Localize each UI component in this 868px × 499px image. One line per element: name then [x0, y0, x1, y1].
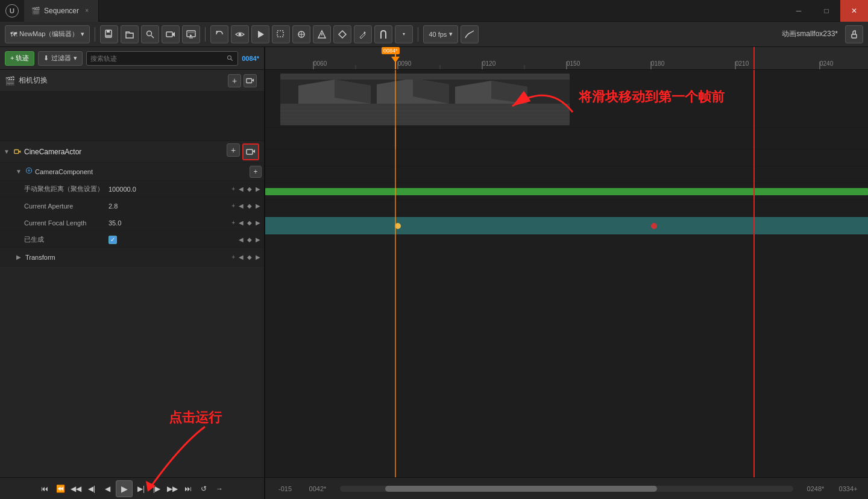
step-fwd-frame-button[interactable]: ▶| — [134, 482, 148, 496]
generated-checkbox[interactable]: ✓ — [108, 236, 117, 244]
prop-key-icon[interactable]: ◆ — [246, 186, 253, 192]
prop-focal-add-icon[interactable]: + — [230, 219, 236, 226]
svg-line-6 — [151, 36, 154, 38]
svg-rect-20 — [852, 34, 857, 38]
empty-space — [0, 92, 264, 141]
prop-gen-key-icon[interactable]: ◆ — [246, 236, 253, 243]
svg-rect-4 — [106, 35, 111, 37]
cine-camera-actor-track[interactable]: ▼ CineCameraActor + — [0, 141, 264, 163]
close-button[interactable]: ✕ — [840, 0, 868, 22]
curve-button[interactable] — [461, 25, 479, 43]
camera-switch-track[interactable]: 🎬 相机切换 + — [0, 70, 264, 92]
save-sequence-button[interactable] — [100, 25, 118, 43]
project-menu-label: NewMap（编辑器） — [19, 30, 78, 39]
tracks-list: 🎬 相机切换 + — [0, 70, 264, 477]
prop-add-icon[interactable]: + — [230, 186, 236, 192]
camera-switch-camera[interactable] — [244, 74, 257, 87]
transform-fwd-icon[interactable]: ▶ — [254, 254, 262, 260]
search-icon — [227, 55, 234, 62]
keyframe-button[interactable] — [333, 25, 351, 43]
select-button[interactable] — [272, 25, 290, 43]
open-sequence-button[interactable] — [121, 25, 139, 43]
undo-button[interactable] — [210, 25, 228, 43]
transform-button[interactable] — [292, 25, 310, 43]
filter-button[interactable]: ⬇ 过滤器 ▾ — [38, 51, 83, 66]
eye-button[interactable] — [231, 25, 249, 43]
prop-focal-fwd-icon[interactable]: ▶ — [254, 219, 262, 226]
minimize-button[interactable]: ─ — [785, 0, 813, 22]
camera-component-label: CameraComponent — [35, 168, 93, 175]
prop-focal-back-icon[interactable]: ◀ — [237, 219, 245, 226]
record-button[interactable]: → — [212, 482, 227, 496]
prop-aperture-fwd-icon[interactable]: ▶ — [254, 202, 262, 209]
fps-button[interactable]: 40 fps ▾ — [423, 25, 458, 43]
maximize-button[interactable]: □ — [813, 0, 840, 22]
prop-back-icon[interactable]: ◀ — [237, 186, 245, 192]
keyframe-yellow-1[interactable] — [395, 223, 401, 229]
fps-dropdown-icon: ▾ — [449, 30, 453, 38]
prev-key-button[interactable]: ◀| — [84, 482, 99, 496]
play-reverse-button[interactable]: ◀ — [100, 482, 115, 496]
actor-add-button[interactable]: + — [227, 143, 240, 157]
lock-button[interactable] — [845, 25, 863, 43]
goto-end-button[interactable]: ⏭ — [181, 482, 195, 496]
expand-arrow-down-2[interactable]: ▼ — [14, 168, 23, 176]
play-button[interactable] — [251, 25, 269, 43]
prop-aperture-back-icon[interactable]: ◀ — [237, 202, 245, 209]
timeline-scrollbar[interactable] — [340, 486, 793, 492]
prop-value-focus[interactable]: 100000.0 — [108, 186, 145, 193]
pencil-button[interactable] — [354, 25, 372, 43]
project-menu-button[interactable]: 🗺 NewMap（编辑器） ▾ — [5, 25, 90, 43]
render-button[interactable] — [182, 25, 200, 43]
camera-component-track[interactable]: ▼ CameraComponent + — [0, 163, 264, 181]
timeline-spacer-track — [265, 128, 868, 149]
sequencer-tab-close[interactable]: × — [83, 7, 91, 15]
svg-text:U: U — [10, 7, 14, 14]
transform-add-icon[interactable]: + — [230, 254, 236, 260]
add-track-label: + 轨迹 — [10, 54, 29, 63]
transform-key-icon[interactable]: ◆ — [246, 254, 253, 260]
goto-start-button[interactable]: ⏮ — [37, 482, 52, 496]
next-key-button[interactable]: |▶ — [149, 482, 164, 496]
sequencer-tab-icon: 🎬 — [31, 7, 40, 15]
keyframe-red-1[interactable] — [651, 223, 657, 229]
transform-expand-icon[interactable]: ▶ — [14, 253, 23, 262]
transform-track[interactable]: ▶ Transform + ◀ ◆ ▶ — [0, 248, 264, 266]
timeline-body: 将滑块移动到第一个帧前 — [265, 70, 868, 477]
prop-fwd-icon[interactable]: ▶ — [254, 186, 262, 192]
search-button[interactable] — [141, 25, 159, 43]
prop-name-focus: 手动聚焦距离（聚焦设置） — [24, 184, 108, 193]
prop-focal-key-icon[interactable]: ◆ — [246, 219, 253, 226]
step-back-frame-button[interactable]: ◀◀ — [69, 482, 83, 496]
expand-arrow-down[interactable]: ▼ — [2, 148, 11, 156]
transform-back-icon[interactable]: ◀ — [237, 254, 245, 260]
timeline-scrollbar-thumb[interactable] — [385, 486, 657, 492]
loop-button[interactable]: ↺ — [197, 482, 211, 496]
add-track-button[interactable]: + 轨迹 — [5, 51, 34, 66]
snap-button[interactable] — [313, 25, 331, 43]
camera-record-button[interactable] — [162, 25, 180, 43]
camera-switch-label: 相机切换 — [19, 75, 48, 86]
window-controls: ─ □ ✕ — [785, 0, 868, 22]
magnet-dropdown[interactable]: ▾ — [395, 25, 413, 43]
left-panel: + 轨迹 ⬇ 过滤器 ▾ 0084* 🎬 相机切换 — [0, 47, 265, 477]
component-add-button[interactable]: + — [250, 166, 262, 178]
svg-point-11 — [239, 33, 242, 36]
generated-timeline — [265, 200, 868, 217]
play-forward-button[interactable]: ▶ — [116, 480, 133, 497]
prop-aperture-key-icon[interactable]: ◆ — [246, 202, 253, 209]
actor-camera-button[interactable] — [242, 143, 259, 160]
svg-marker-12 — [258, 31, 264, 38]
prop-gen-fwd-icon[interactable]: ▶ — [254, 236, 262, 243]
magnet-button[interactable] — [374, 25, 392, 43]
prop-value-aperture[interactable]: 2.8 — [108, 202, 145, 210]
camera-switch-add[interactable]: + — [228, 74, 241, 87]
prop-gen-back-icon[interactable]: ◀ — [237, 236, 245, 243]
step-fwd-button[interactable]: ▶▶ — [165, 482, 180, 496]
search-input[interactable] — [90, 55, 227, 62]
search-box[interactable] — [86, 51, 238, 66]
prop-aperture-add-icon[interactable]: + — [230, 202, 236, 209]
sequencer-tab[interactable]: 🎬 Sequencer × — [24, 0, 99, 22]
step-back-button[interactable]: ⏪ — [53, 482, 68, 496]
prop-value-focal[interactable]: 35.0 — [108, 219, 145, 227]
